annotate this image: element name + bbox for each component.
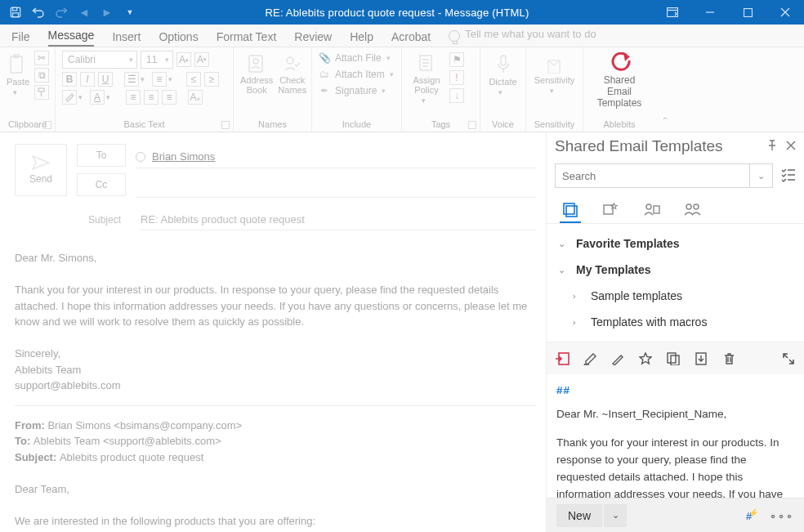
numbering-button[interactable]: ≡ [152,72,167,87]
tab-message[interactable]: Message [48,29,95,47]
tree-my-templates[interactable]: ⌄My Templates [552,257,799,283]
tab-insert[interactable]: Insert [112,30,141,47]
close-pane-icon[interactable] [786,140,796,154]
macros-icon[interactable]: #⚡ [746,508,758,522]
pin-icon[interactable] [766,140,778,154]
search-dropdown-icon[interactable]: ⌄ [749,164,772,187]
highlight-button[interactable] [62,90,77,105]
cc-button[interactable]: Cc [77,173,126,196]
sensitivity-button[interactable]: Sensitivity▾ [533,51,576,95]
clipboard-launcher[interactable] [43,121,51,129]
low-importance-icon[interactable]: ↓ [449,88,464,103]
to-button[interactable]: To [77,144,126,167]
format-painter-icon[interactable] [34,85,49,100]
tab-help[interactable]: Help [350,30,373,47]
new-template-button[interactable]: New ⌄ [556,504,627,527]
tree-templates-with-macros[interactable]: ›Templates with macros [552,309,799,335]
qat-customize-icon[interactable]: ▼ [119,0,141,25]
tab-shared[interactable] [643,198,661,222]
search-box[interactable]: ⌄ [555,163,773,188]
copy-template-icon[interactable] [666,351,681,366]
ribbon-display-icon[interactable] [654,0,691,25]
new-dropdown-icon[interactable]: ⌄ [604,504,627,527]
tab-all-templates[interactable] [561,198,579,222]
send-button[interactable]: Send [15,144,67,196]
download-icon[interactable] [694,351,708,366]
clear-formatting-icon[interactable]: Aₓ [188,90,203,105]
font-color-button[interactable]: A [90,90,105,105]
minimize-icon[interactable] [691,0,729,25]
search-input[interactable] [556,164,749,187]
font-family-select[interactable]: Calibri [62,51,137,69]
ribbon-tabs: File Message Insert Options Format Text … [0,25,804,47]
tags-launcher[interactable] [468,121,476,129]
attach-file-button[interactable]: 📎Attach File▾ [319,52,394,64]
paste-button[interactable]: Paste ▾ [7,51,29,96]
bullets-button[interactable]: ☰ [124,72,139,87]
shared-email-templates-button[interactable]: Shared Email Templates [590,51,649,109]
tab-file[interactable]: File [11,30,30,47]
italic-button[interactable]: I [80,72,95,87]
favorite-icon[interactable] [638,351,653,366]
insert-template-icon[interactable] [555,351,570,366]
copy-icon[interactable]: ⧉ [34,68,49,83]
delete-icon[interactable] [721,351,736,366]
basictext-launcher[interactable] [221,121,230,129]
assign-policy-button[interactable]: Assign Policy▾ [409,51,444,105]
align-right-icon[interactable]: ≡ [162,90,176,105]
increase-font-icon[interactable]: A▴ [176,52,191,67]
tab-format-text[interactable]: Format Text [217,30,277,47]
tree-favorite-templates[interactable]: ⌄Favorite Templates [552,230,799,257]
align-left-icon[interactable]: ≡ [126,90,141,105]
lightbulb-icon [449,30,460,42]
tell-me-search[interactable]: Tell me what you want to do [449,28,596,47]
dictate-button[interactable]: Dictate▾ [487,51,519,96]
tree-sample-templates[interactable]: ›Sample templates [552,283,799,309]
message-body[interactable]: Dear Mr. Simons, Thank you for your inte… [15,250,536,532]
close-window-icon[interactable] [766,0,804,25]
tab-review[interactable]: Review [294,30,332,47]
tab-favorites[interactable] [602,198,620,222]
to-field[interactable]: Brian Simons [136,145,536,168]
address-book-button[interactable]: Address Book [240,51,273,95]
presence-icon [136,152,145,162]
svg-rect-8 [11,56,22,73]
follow-up-icon[interactable]: ⚑ [449,52,464,67]
collapse-ribbon-icon[interactable]: ⌃ [655,47,675,132]
increase-indent-icon[interactable]: ≥ [204,72,219,87]
font-size-select[interactable]: 11 [141,51,173,69]
recipient-chip[interactable]: Brian Simons [152,150,215,163]
select-mode-icon[interactable] [781,169,796,182]
expand-icon[interactable] [781,351,796,366]
edit-icon[interactable] [610,351,625,366]
paperclip-icon: 📎 [319,52,330,64]
tab-options[interactable]: Options [159,30,198,47]
bold-button[interactable]: B [62,72,77,87]
pane-tabs [547,188,804,224]
undo-icon[interactable] [28,0,49,25]
redo-icon[interactable] [51,0,72,25]
template-preview: ## Dear Mr. ~Insert_Recipient_Name, Than… [547,374,804,498]
decrease-font-icon[interactable]: A▾ [194,52,209,67]
save-icon[interactable] [5,0,26,25]
attach-item-button[interactable]: 🗂Attach Item▾ [319,69,394,80]
subject-field[interactable]: RE: Ablebits product quote request [141,209,536,230]
align-center-icon[interactable]: ≡ [144,90,159,105]
decrease-indent-icon[interactable]: ≤ [186,72,201,87]
cut-icon[interactable]: ✂ [34,51,49,65]
high-importance-icon[interactable]: ! [449,70,464,85]
underline-button[interactable]: U [98,72,113,87]
svg-point-24 [686,204,691,209]
maximize-icon[interactable] [729,0,766,25]
svg-rect-27 [668,353,676,363]
cc-field[interactable] [136,175,536,198]
signature-button[interactable]: ✒Signature▾ [319,85,394,96]
svg-rect-15 [501,56,506,65]
edit-in-editor-icon[interactable] [583,351,597,366]
tab-acrobat[interactable]: Acrobat [391,30,431,47]
svg-rect-1 [13,7,17,11]
back-icon: ◄ [74,0,95,25]
check-names-button[interactable]: Check Names [278,51,306,95]
more-options-icon[interactable]: ∘∘∘ [770,509,794,521]
tab-teams[interactable] [684,198,702,222]
